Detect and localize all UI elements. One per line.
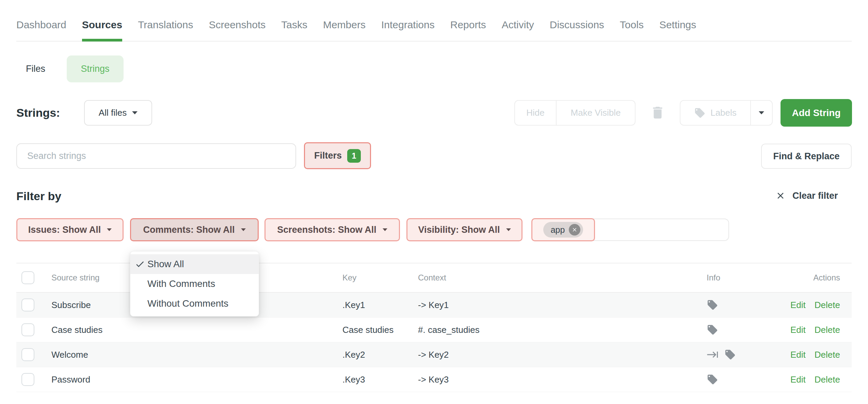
filters-button[interactable]: Filters 1: [304, 142, 371, 169]
comments-dropdown-menu: Show All With Comments Without Comments: [130, 251, 259, 317]
column-header-actions: Actions: [813, 263, 840, 292]
tag-icon: [724, 349, 736, 360]
tab-files[interactable]: Files: [16, 55, 55, 82]
labels-dropdown-button[interactable]: [751, 101, 772, 125]
context-cell: -> Key3: [418, 367, 449, 392]
nav-item-dashboard[interactable]: Dashboard: [16, 19, 66, 41]
label-chip: app: [543, 222, 583, 238]
make-visible-button[interactable]: Make Visible: [557, 101, 635, 125]
chevron-down-icon: [506, 228, 511, 231]
page-title: Strings:: [16, 100, 60, 126]
close-icon: [775, 191, 786, 201]
menu-item-label: With Comments: [147, 278, 215, 289]
source-string-cell: Subscribe: [51, 293, 91, 317]
labels-button[interactable]: Labels: [680, 101, 751, 125]
filters-count-badge: 1: [347, 149, 361, 163]
row-checkbox[interactable]: [21, 348, 34, 361]
nav-item-screenshots[interactable]: Screenshots: [209, 19, 266, 41]
delete-link[interactable]: Delete: [815, 350, 840, 360]
edit-link[interactable]: Edit: [790, 350, 806, 360]
visibility-filter-dropdown[interactable]: Visibility: Show All: [406, 218, 523, 241]
tag-icon: [694, 107, 706, 119]
clear-filter-button[interactable]: Clear filter: [775, 188, 838, 203]
nav-item-members[interactable]: Members: [323, 19, 366, 41]
tag-icon: [707, 374, 718, 385]
chevron-down-icon: [132, 111, 138, 114]
menu-item-with-comments[interactable]: With Comments: [130, 274, 259, 294]
row-checkbox[interactable]: [21, 323, 34, 336]
chevron-down-icon: [107, 228, 112, 231]
labels-button-label: Labels: [710, 108, 737, 118]
key-cell: .Key1: [342, 293, 365, 317]
menu-item-show-all[interactable]: Show All: [130, 254, 259, 274]
tag-icon: [707, 299, 718, 311]
nav-item-translations[interactable]: Translations: [138, 19, 193, 41]
nav-item-tools[interactable]: Tools: [620, 19, 644, 41]
table-row: Case studies Case studies #. case_studie…: [16, 318, 852, 342]
comments-filter-dropdown[interactable]: Comments: Show All: [130, 218, 259, 241]
screenshots-filter-label: Screenshots: Show All: [277, 225, 376, 235]
filter-by-title: Filter by: [16, 187, 61, 206]
column-header-source-string: Source string: [51, 263, 99, 292]
chevron-down-icon: [241, 228, 246, 231]
add-string-button[interactable]: Add String: [781, 99, 852, 127]
nav-item-integrations[interactable]: Integrations: [381, 19, 435, 41]
info-cell: [707, 293, 718, 317]
clear-filter-label: Clear filter: [792, 191, 838, 201]
comments-filter-label: Comments: Show All: [143, 225, 235, 235]
source-string-cell: Welcome: [51, 342, 88, 367]
edit-link[interactable]: Edit: [790, 300, 806, 310]
row-checkbox[interactable]: [21, 298, 34, 311]
row-checkbox[interactable]: [21, 373, 34, 386]
search-input[interactable]: [16, 143, 296, 169]
nav-item-settings[interactable]: Settings: [659, 19, 696, 41]
context-cell: #. case_studies: [418, 318, 480, 342]
strings-page: Dashboard Sources Translations Screensho…: [0, 0, 868, 404]
nav-item-discussions[interactable]: Discussions: [550, 19, 604, 41]
screenshots-filter-dropdown[interactable]: Screenshots: Show All: [264, 218, 400, 241]
nav-item-sources[interactable]: Sources: [82, 19, 122, 41]
visibility-filter-label: Visibility: Show All: [418, 225, 500, 235]
source-string-cell: Password: [51, 367, 90, 392]
delete-link[interactable]: Delete: [815, 325, 840, 335]
info-cell: [707, 318, 718, 342]
nav-item-tasks[interactable]: Tasks: [281, 19, 307, 41]
nav-item-activity[interactable]: Activity: [502, 19, 534, 41]
nav-item-reports[interactable]: Reports: [450, 19, 486, 41]
tab-strings[interactable]: Strings: [67, 55, 124, 82]
file-filter-value: All files: [99, 108, 127, 118]
menu-item-without-comments[interactable]: Without Comments: [130, 294, 259, 313]
find-replace-button[interactable]: Find & Replace: [761, 144, 852, 169]
visibility-button-group: Hide Make Visible: [514, 100, 636, 126]
edit-link[interactable]: Edit: [790, 325, 806, 335]
chevron-down-icon: [383, 228, 387, 231]
keyboard-tab-icon: [707, 349, 719, 361]
labels-button-group: Labels: [680, 100, 773, 126]
top-navigation: Dashboard Sources Translations Screensho…: [16, 0, 852, 42]
chevron-down-icon: [759, 111, 764, 114]
close-icon: [572, 227, 578, 233]
context-cell: -> Key1: [418, 293, 449, 317]
column-header-key: Key: [342, 263, 356, 292]
delete-link[interactable]: Delete: [815, 300, 840, 310]
tag-icon: [707, 324, 718, 336]
remove-label-button[interactable]: [569, 224, 580, 236]
table-row: Welcome .Key2 -> Key2 Edit Delete: [16, 342, 852, 367]
hide-button[interactable]: Hide: [515, 101, 557, 125]
menu-item-label: Without Comments: [147, 298, 228, 309]
delete-strings-button[interactable]: [648, 103, 668, 123]
issues-filter-label: Issues: Show All: [28, 225, 101, 235]
edit-link[interactable]: Edit: [790, 374, 806, 385]
column-header-info: Info: [707, 263, 720, 292]
context-cell: -> Key2: [418, 342, 449, 367]
issues-filter-dropdown[interactable]: Issues: Show All: [16, 218, 124, 241]
labels-filter-active-box: app: [531, 218, 595, 241]
delete-link[interactable]: Delete: [815, 374, 840, 385]
table-row: Password .Key3 -> Key3 Edit Delete: [16, 367, 852, 392]
info-cell: [707, 342, 736, 367]
info-cell: [707, 367, 718, 392]
select-all-checkbox[interactable]: [21, 271, 34, 284]
file-filter-dropdown[interactable]: All files: [84, 100, 152, 126]
filters-button-label: Filters: [314, 150, 342, 161]
column-header-context: Context: [418, 263, 446, 292]
